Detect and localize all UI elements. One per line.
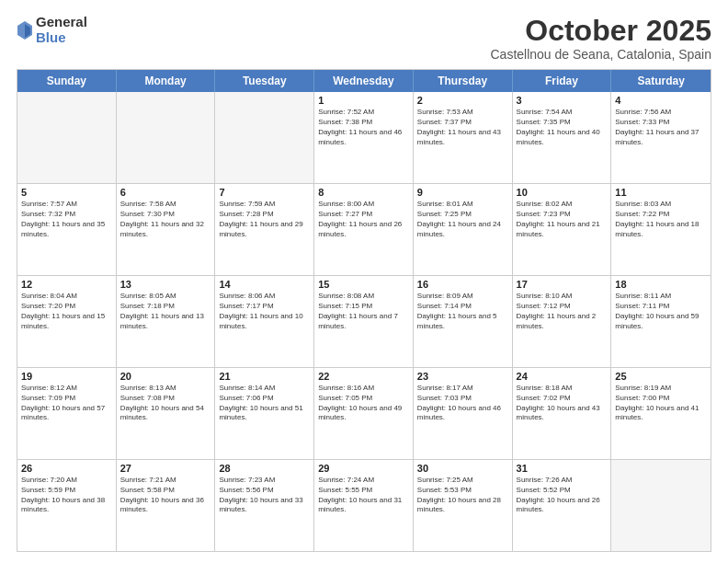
calendar-row: 19Sunrise: 8:12 AM Sunset: 7:09 PM Dayli… [17, 367, 711, 459]
day-info: Sunrise: 7:24 AM Sunset: 5:55 PM Dayligh… [318, 476, 409, 515]
day-info: Sunrise: 7:57 AM Sunset: 7:32 PM Dayligh… [21, 200, 112, 239]
calendar-cell: 11Sunrise: 8:03 AM Sunset: 7:22 PM Dayli… [611, 184, 711, 275]
day-info: Sunrise: 8:13 AM Sunset: 7:08 PM Dayligh… [120, 384, 211, 423]
header: General Blue October 2025 Castellnou de … [17, 15, 711, 62]
day-number: 3 [517, 95, 608, 106]
day-info: Sunrise: 8:14 AM Sunset: 7:06 PM Dayligh… [219, 384, 310, 423]
day-number: 16 [417, 279, 508, 290]
calendar-cell: 10Sunrise: 8:02 AM Sunset: 7:23 PM Dayli… [513, 184, 612, 275]
day-number: 10 [517, 187, 608, 198]
weekday-header: Wednesday [314, 70, 414, 92]
calendar-cell: 20Sunrise: 8:13 AM Sunset: 7:08 PM Dayli… [117, 368, 216, 459]
calendar-cell [17, 92, 117, 183]
location-subtitle: Castellnou de Seana, Catalonia, Spain [490, 47, 711, 62]
calendar-cell [611, 460, 711, 551]
day-info: Sunrise: 7:53 AM Sunset: 7:37 PM Dayligh… [417, 108, 508, 147]
day-number: 13 [120, 279, 211, 290]
day-info: Sunrise: 7:21 AM Sunset: 5:58 PM Dayligh… [120, 476, 211, 515]
day-number: 23 [417, 371, 508, 382]
day-number: 14 [219, 279, 310, 290]
calendar-cell: 22Sunrise: 8:16 AM Sunset: 7:05 PM Dayli… [314, 368, 414, 459]
logo-icon [17, 20, 33, 40]
calendar-cell: 13Sunrise: 8:05 AM Sunset: 7:18 PM Dayli… [117, 276, 216, 367]
day-info: Sunrise: 7:59 AM Sunset: 7:28 PM Dayligh… [219, 200, 310, 239]
calendar-cell: 12Sunrise: 8:04 AM Sunset: 7:20 PM Dayli… [17, 276, 117, 367]
day-number: 20 [120, 371, 211, 382]
calendar-cell: 21Sunrise: 8:14 AM Sunset: 7:06 PM Dayli… [215, 368, 314, 459]
weekday-header: Friday [513, 70, 612, 92]
day-info: Sunrise: 7:20 AM Sunset: 5:59 PM Dayligh… [21, 476, 112, 515]
weekday-header: Saturday [611, 70, 711, 92]
day-info: Sunrise: 8:10 AM Sunset: 7:12 PM Dayligh… [517, 292, 608, 331]
day-number: 31 [517, 463, 608, 474]
day-number: 6 [120, 187, 211, 198]
calendar-header: SundayMondayTuesdayWednesdayThursdayFrid… [17, 70, 711, 92]
calendar-cell: 16Sunrise: 8:09 AM Sunset: 7:14 PM Dayli… [414, 276, 513, 367]
day-number: 1 [318, 95, 409, 106]
calendar-cell: 17Sunrise: 8:10 AM Sunset: 7:12 PM Dayli… [513, 276, 612, 367]
calendar-cell: 24Sunrise: 8:18 AM Sunset: 7:02 PM Dayli… [513, 368, 612, 459]
day-info: Sunrise: 8:00 AM Sunset: 7:27 PM Dayligh… [318, 200, 409, 239]
day-number: 12 [21, 279, 112, 290]
calendar-cell: 31Sunrise: 7:26 AM Sunset: 5:52 PM Dayli… [513, 460, 612, 551]
day-number: 22 [318, 371, 409, 382]
day-number: 28 [219, 463, 310, 474]
day-number: 18 [615, 279, 707, 290]
calendar-row: 5Sunrise: 7:57 AM Sunset: 7:32 PM Daylig… [17, 183, 711, 275]
calendar: SundayMondayTuesdayWednesdayThursdayFrid… [17, 69, 711, 552]
day-info: Sunrise: 7:54 AM Sunset: 7:35 PM Dayligh… [517, 108, 608, 147]
day-number: 17 [517, 279, 608, 290]
day-number: 8 [318, 187, 409, 198]
calendar-cell: 8Sunrise: 8:00 AM Sunset: 7:27 PM Daylig… [314, 184, 414, 275]
calendar-cell: 28Sunrise: 7:23 AM Sunset: 5:56 PM Dayli… [215, 460, 314, 551]
calendar-cell: 5Sunrise: 7:57 AM Sunset: 7:32 PM Daylig… [17, 184, 117, 275]
day-info: Sunrise: 7:58 AM Sunset: 7:30 PM Dayligh… [120, 200, 211, 239]
calendar-row: 1Sunrise: 7:52 AM Sunset: 7:38 PM Daylig… [17, 92, 711, 183]
day-number: 24 [517, 371, 608, 382]
day-number: 15 [318, 279, 409, 290]
calendar-cell: 19Sunrise: 8:12 AM Sunset: 7:09 PM Dayli… [17, 368, 117, 459]
day-info: Sunrise: 8:05 AM Sunset: 7:18 PM Dayligh… [120, 292, 211, 331]
day-info: Sunrise: 8:03 AM Sunset: 7:22 PM Dayligh… [615, 200, 707, 239]
day-number: 9 [417, 187, 508, 198]
day-info: Sunrise: 7:23 AM Sunset: 5:56 PM Dayligh… [219, 476, 310, 515]
calendar-row: 26Sunrise: 7:20 AM Sunset: 5:59 PM Dayli… [17, 459, 711, 551]
calendar-cell: 15Sunrise: 8:08 AM Sunset: 7:15 PM Dayli… [314, 276, 414, 367]
logo-text: General Blue [36, 15, 87, 45]
day-number: 5 [21, 187, 112, 198]
day-number: 19 [21, 371, 112, 382]
calendar-cell: 27Sunrise: 7:21 AM Sunset: 5:58 PM Dayli… [117, 460, 216, 551]
day-info: Sunrise: 8:18 AM Sunset: 7:02 PM Dayligh… [517, 384, 608, 423]
calendar-cell: 9Sunrise: 8:01 AM Sunset: 7:25 PM Daylig… [414, 184, 513, 275]
day-number: 11 [615, 187, 707, 198]
day-number: 25 [615, 371, 707, 382]
day-info: Sunrise: 7:52 AM Sunset: 7:38 PM Dayligh… [318, 108, 409, 147]
day-info: Sunrise: 7:56 AM Sunset: 7:33 PM Dayligh… [615, 108, 707, 147]
day-info: Sunrise: 8:09 AM Sunset: 7:14 PM Dayligh… [417, 292, 508, 331]
calendar-cell: 7Sunrise: 7:59 AM Sunset: 7:28 PM Daylig… [215, 184, 314, 275]
day-number: 21 [219, 371, 310, 382]
day-info: Sunrise: 8:01 AM Sunset: 7:25 PM Dayligh… [417, 200, 508, 239]
calendar-cell [215, 92, 314, 183]
day-number: 7 [219, 187, 310, 198]
logo-blue: Blue [36, 30, 87, 46]
calendar-cell: 29Sunrise: 7:24 AM Sunset: 5:55 PM Dayli… [314, 460, 414, 551]
title-block: October 2025 Castellnou de Seana, Catalo… [490, 15, 711, 62]
day-info: Sunrise: 8:16 AM Sunset: 7:05 PM Dayligh… [318, 384, 409, 423]
day-number: 30 [417, 463, 508, 474]
calendar-row: 12Sunrise: 8:04 AM Sunset: 7:20 PM Dayli… [17, 275, 711, 367]
logo: General Blue [17, 15, 87, 45]
page: General Blue October 2025 Castellnou de … [0, 0, 728, 563]
day-info: Sunrise: 7:25 AM Sunset: 5:53 PM Dayligh… [417, 476, 508, 515]
day-number: 27 [120, 463, 211, 474]
day-number: 2 [417, 95, 508, 106]
calendar-cell: 4Sunrise: 7:56 AM Sunset: 7:33 PM Daylig… [611, 92, 711, 183]
calendar-cell: 2Sunrise: 7:53 AM Sunset: 7:37 PM Daylig… [414, 92, 513, 183]
calendar-cell: 26Sunrise: 7:20 AM Sunset: 5:59 PM Dayli… [17, 460, 117, 551]
calendar-cell: 1Sunrise: 7:52 AM Sunset: 7:38 PM Daylig… [314, 92, 414, 183]
day-info: Sunrise: 8:04 AM Sunset: 7:20 PM Dayligh… [21, 292, 112, 331]
calendar-cell: 30Sunrise: 7:25 AM Sunset: 5:53 PM Dayli… [414, 460, 513, 551]
calendar-cell: 25Sunrise: 8:19 AM Sunset: 7:00 PM Dayli… [611, 368, 711, 459]
calendar-cell [117, 92, 216, 183]
calendar-cell: 3Sunrise: 7:54 AM Sunset: 7:35 PM Daylig… [513, 92, 612, 183]
